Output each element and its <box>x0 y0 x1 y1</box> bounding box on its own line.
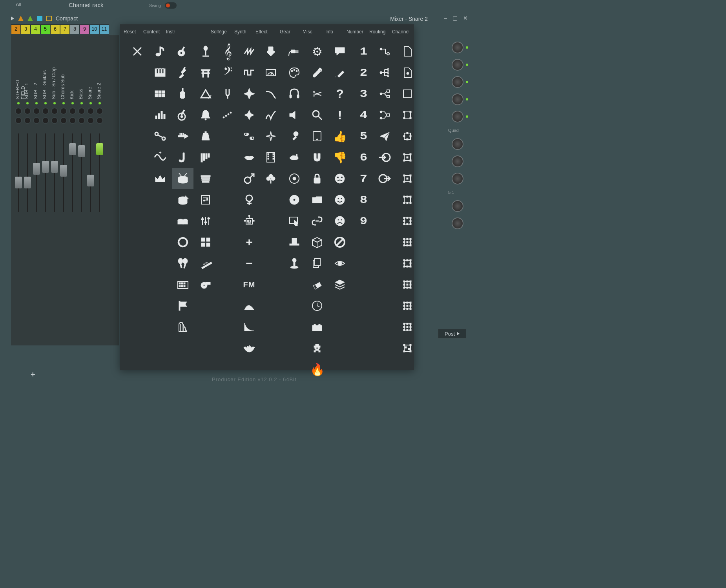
icon-category-misc[interactable]: Misc <box>303 29 312 35</box>
harp-icon[interactable] <box>172 316 193 338</box>
arrow-out-icon[interactable] <box>374 168 395 189</box>
route-1tomany-icon[interactable] <box>374 62 395 83</box>
square-handles-8b-icon[interactable] <box>397 232 418 253</box>
track-label[interactable]: Snare 2 <box>96 67 103 100</box>
eye-show-icon[interactable] <box>329 253 350 274</box>
speech-bubble-icon[interactable] <box>329 41 350 62</box>
bars-eq-icon[interactable] <box>150 104 171 126</box>
d3-icon[interactable]: 3 <box>353 83 374 104</box>
bass-clef-icon[interactable]: 𝄢 <box>217 62 238 83</box>
d6-icon[interactable]: 6 <box>353 147 374 168</box>
aux-knob[interactable] <box>69 117 76 124</box>
fx-slot-knob[interactable] <box>452 200 463 212</box>
fx-slot-knob[interactable] <box>452 138 463 150</box>
lips-icon[interactable] <box>239 147 260 168</box>
aux-knob[interactable] <box>24 117 31 124</box>
square-handles-5b-icon[interactable] <box>397 189 418 210</box>
aux-knob[interactable] <box>78 117 85 124</box>
pattern-10[interactable]: 10 <box>89 24 99 35</box>
add-channel-button[interactable]: + <box>31 370 35 379</box>
tambourine-icon[interactable] <box>172 232 193 253</box>
square-handles-scatter-icon[interactable] <box>397 338 418 359</box>
spark-4-icon[interactable] <box>260 126 281 147</box>
mic-stand-icon[interactable] <box>195 41 216 62</box>
guitar-acoustic-icon[interactable] <box>172 41 193 62</box>
aux-knob[interactable] <box>96 117 103 124</box>
square-handles-4b-icon[interactable] <box>397 147 418 168</box>
pattern-6[interactable]: 6 <box>50 24 60 35</box>
lego-brick-icon[interactable] <box>306 316 328 338</box>
eq-sliders-icon[interactable] <box>195 210 216 232</box>
volume-fader[interactable] <box>51 133 58 212</box>
toolbar-icon-2[interactable] <box>27 16 33 21</box>
track-label[interactable]: SUB - 1 <box>24 67 31 100</box>
aux-knob[interactable] <box>60 117 67 124</box>
d9-icon[interactable]: 9 <box>353 210 374 232</box>
page-dot-icon[interactable] <box>397 62 418 83</box>
d7-icon[interactable]: 7 <box>353 168 374 189</box>
exclaim-icon[interactable]: ! <box>329 104 350 126</box>
pan-knob[interactable] <box>87 108 94 115</box>
tab-all[interactable]: All <box>16 2 21 7</box>
joystick-icon[interactable] <box>284 253 305 274</box>
diamond-star-icon[interactable] <box>239 104 260 126</box>
pixel-sprite-icon[interactable] <box>306 338 328 359</box>
paper-plane-icon[interactable] <box>374 126 395 147</box>
sparkle-wave-icon[interactable] <box>150 147 171 168</box>
volume-fader[interactable] <box>15 133 22 212</box>
fx-slot-knob[interactable] <box>452 76 463 88</box>
drum-pads-icon[interactable] <box>150 83 171 104</box>
flower-icon[interactable] <box>260 168 281 189</box>
fx-slot-knob[interactable] <box>452 173 463 184</box>
square-handles-dense-icon[interactable] <box>397 253 418 274</box>
icon-category-gear[interactable]: Gear <box>280 29 290 35</box>
sawtooth-icon[interactable] <box>239 41 260 62</box>
aux-knob[interactable] <box>33 117 40 124</box>
magnet-icon[interactable] <box>306 147 328 168</box>
curve-bounce-icon[interactable] <box>260 104 281 126</box>
envelope-decay-icon[interactable] <box>239 316 260 338</box>
icon-category-info[interactable]: Info <box>325 29 333 35</box>
sax-icon[interactable] <box>172 147 193 168</box>
pattern-4[interactable]: 4 <box>31 24 40 35</box>
volume-fader[interactable] <box>24 133 31 212</box>
maracas-icon[interactable] <box>172 253 193 274</box>
note-icon[interactable] <box>150 41 171 62</box>
minus-icon[interactable]: − <box>239 253 260 274</box>
dots-scale-icon[interactable] <box>217 104 238 126</box>
arrow-down-fx-icon[interactable] <box>260 41 281 62</box>
clock-icon[interactable] <box>306 295 328 316</box>
film-strip-icon[interactable] <box>260 147 281 168</box>
question-icon[interactable]: ? <box>329 83 350 104</box>
bell-icon[interactable] <box>195 104 216 126</box>
fx-slot-knob[interactable] <box>452 111 463 122</box>
thumb-down-icon[interactable]: 👎 <box>329 147 350 168</box>
toolbar-icon-1[interactable] <box>18 16 24 21</box>
record-icon[interactable] <box>284 168 305 189</box>
face-weird-icon[interactable] <box>329 168 350 189</box>
package-icon[interactable] <box>306 232 328 253</box>
robot-icon[interactable] <box>239 210 260 232</box>
track-label[interactable]: Bass <box>78 67 85 100</box>
volume-fader[interactable] <box>42 133 49 212</box>
star-4pt-icon[interactable] <box>239 83 260 104</box>
pan-knob[interactable] <box>33 108 40 115</box>
track-label[interactable]: Chords Sub <box>60 67 67 100</box>
speaker-icon[interactable] <box>284 104 305 126</box>
pattern-8[interactable]: 8 <box>70 24 80 35</box>
flag-icon[interactable] <box>172 295 193 316</box>
pattern-9[interactable]: 9 <box>80 24 89 35</box>
patch-cable-icon[interactable] <box>150 126 171 147</box>
aux-knob[interactable] <box>51 117 58 124</box>
pattern-7[interactable]: 7 <box>60 24 70 35</box>
square-handles-4-icon[interactable] <box>397 126 418 147</box>
vu-meter-icon[interactable] <box>260 62 281 83</box>
icon-category-synth[interactable]: Synth <box>234 29 246 35</box>
fx-slot-knob[interactable] <box>452 217 463 229</box>
pan-knob[interactable] <box>42 108 49 115</box>
pan-knob[interactable] <box>96 108 103 115</box>
pattern-3[interactable]: 3 <box>21 24 31 35</box>
swing-knob[interactable] <box>165 2 177 9</box>
d8-icon[interactable]: 8 <box>353 189 374 210</box>
fx-slot-knob[interactable] <box>452 93 463 105</box>
